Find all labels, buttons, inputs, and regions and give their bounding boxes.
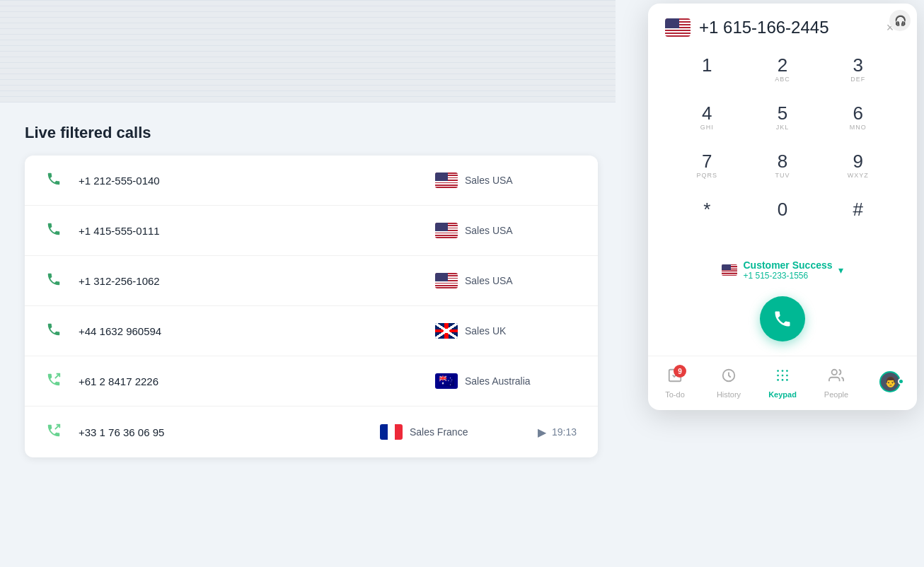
stripe-background	[0, 0, 616, 103]
svg-point-14	[786, 379, 788, 381]
nav-item-people[interactable]: People	[809, 362, 863, 404]
key-1-button[interactable]: 1	[681, 49, 732, 91]
nav-item-history[interactable]: History	[702, 362, 756, 404]
nav-item-keypad[interactable]: Keypad	[756, 362, 809, 404]
svg-point-7	[782, 370, 784, 372]
team-name: Sales USA	[465, 175, 513, 186]
key-digit: 8	[778, 152, 787, 170]
key-letters: DEF	[850, 76, 865, 84]
chevron-down-icon: ▾	[838, 264, 843, 276]
key-digit: *	[703, 200, 710, 218]
call-number: +1 415-555-0111	[79, 225, 435, 237]
keypad-row: 7 PQRS 8 TUV 9 WXYZ	[669, 145, 896, 187]
key-digit: 6	[853, 104, 862, 122]
key-5-button[interactable]: 5 JKL	[757, 97, 808, 139]
key-letters: WXYZ	[848, 172, 869, 180]
call-row[interactable]: +61 2 8417 2226 🇦🇺 Sales Australia	[25, 356, 598, 407]
call-number: +61 2 8417 2226	[79, 375, 435, 387]
keypad-row: * 0 #	[669, 193, 896, 235]
svg-point-13	[782, 379, 784, 381]
call-button[interactable]	[760, 296, 805, 341]
team-name: Sales Australia	[465, 375, 531, 387]
nav-item-avatar[interactable]: 👨	[863, 362, 917, 404]
call-number: +44 1632 960594	[79, 325, 435, 337]
flag-au-icon: 🇦🇺	[435, 373, 458, 389]
play-button[interactable]: ▶	[532, 422, 552, 442]
online-status-dot	[898, 378, 904, 385]
caller-id-name: Customer Success	[743, 259, 832, 271]
key-letters: GHI	[700, 124, 714, 132]
svg-line-0	[55, 374, 59, 378]
dialer-phone-number: +1 615-166-2445	[699, 18, 872, 37]
keypad-row: 1 2 ABC 3 DEF	[669, 49, 896, 91]
svg-point-12	[777, 379, 779, 381]
svg-point-8	[786, 370, 788, 372]
key-#-button[interactable]: #	[833, 193, 884, 235]
caller-id-number: +1 515-233-1556	[743, 271, 808, 281]
team-name: Sales UK	[465, 325, 506, 337]
key-digit: 3	[853, 56, 862, 74]
todo-nav-label: To-do	[665, 390, 685, 399]
key-letters: PQRS	[697, 172, 718, 180]
caller-id-flag	[722, 264, 737, 276]
flag-section: Sales UK	[435, 323, 577, 339]
key-digit: 0	[778, 200, 787, 218]
key-8-button[interactable]: 8 TUV	[757, 145, 808, 187]
call-button-container	[648, 288, 917, 356]
call-row[interactable]: +44 1632 960594 Sales UK	[25, 306, 598, 356]
key-4-button[interactable]: 4 GHI	[681, 97, 732, 139]
key-digit: #	[853, 200, 862, 218]
call-row[interactable]: +1 312-256-1062 Sales USA	[25, 256, 598, 306]
key-*-button[interactable]: *	[681, 193, 732, 235]
flag-fr-icon	[380, 424, 403, 440]
svg-line-1	[55, 425, 59, 429]
call-row[interactable]: +33 1 76 36 06 95 Sales France ▶ 19:13	[25, 407, 598, 457]
call-type-icon	[46, 171, 66, 189]
caller-id-info: Customer Success +1 515-233-1556	[743, 259, 832, 281]
dialer-panel: 🎧 +1 615-166-2445 × 1 2 ABC 3 DEF 4 GHI …	[648, 4, 917, 410]
svg-text:🎧: 🎧	[894, 15, 907, 27]
key-digit: 1	[702, 56, 712, 74]
flag-section: Sales USA	[435, 173, 577, 188]
calls-list-card: +1 212-555-0140 Sales USA +1 415-555-011…	[25, 156, 598, 457]
key-7-button[interactable]: 7 PQRS	[681, 145, 732, 187]
flag-us-icon	[435, 223, 458, 238]
flag-section: Sales USA	[435, 273, 577, 288]
flag-uk-icon	[435, 323, 458, 339]
key-0-button[interactable]: 0	[757, 193, 808, 235]
key-letters: JKL	[776, 124, 790, 132]
svg-point-11	[786, 375, 788, 377]
flag-section: Sales USA	[435, 223, 577, 238]
key-2-button[interactable]: 2 ABC	[757, 49, 808, 91]
nav-item-todo[interactable]: 9 To-do	[648, 362, 702, 404]
svg-point-15	[832, 370, 837, 375]
call-row[interactable]: +1 415-555-0111 Sales USA	[25, 206, 598, 256]
svg-point-6	[777, 370, 779, 372]
key-letters: TUV	[775, 172, 790, 180]
team-name: Sales USA	[465, 275, 513, 286]
key-6-button[interactable]: 6 MNO	[833, 97, 884, 139]
call-type-icon	[46, 423, 66, 441]
caller-id-section[interactable]: Customer Success +1 515-233-1556 ▾	[648, 252, 917, 288]
call-type-icon	[46, 322, 66, 340]
call-number: +1 312-256-1062	[79, 275, 435, 287]
keypad-nav-icon	[775, 368, 790, 387]
call-number: +1 212-555-0140	[79, 175, 435, 187]
call-type-icon	[46, 372, 66, 390]
key-3-button[interactable]: 3 DEF	[833, 49, 884, 91]
history-nav-label: History	[717, 390, 741, 399]
key-digit: 5	[778, 104, 787, 122]
key-digit: 2	[778, 56, 787, 74]
svg-point-9	[777, 375, 779, 377]
people-nav-label: People	[824, 390, 848, 399]
history-nav-icon	[721, 368, 737, 387]
call-row[interactable]: +1 212-555-0140 Sales USA	[25, 156, 598, 206]
main-content: Live filtered calls +1 212-555-0140 Sale…	[0, 0, 616, 567]
key-letters: ABC	[775, 76, 790, 84]
page-title: Live filtered calls	[25, 124, 151, 142]
key-9-button[interactable]: 9 WXYZ	[833, 145, 884, 187]
key-letters: MNO	[850, 124, 867, 132]
key-digit: 9	[853, 152, 862, 170]
flag-section: 🇦🇺 Sales Australia	[435, 373, 577, 389]
keypad-nav-label: Keypad	[768, 390, 797, 399]
